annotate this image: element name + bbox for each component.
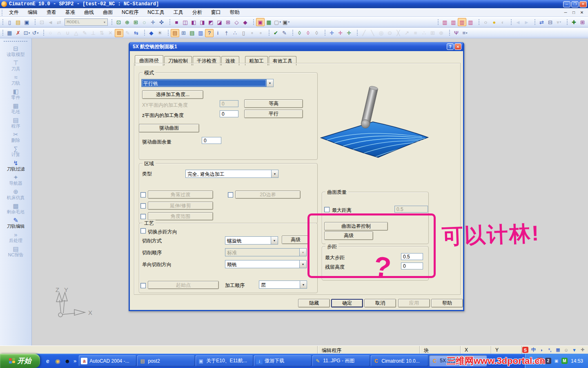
sidebar-item-toolpath-edit[interactable]: ✎刀轨编辑 bbox=[0, 217, 31, 229]
trim-icon[interactable]: ✕ bbox=[106, 29, 115, 37]
start-button[interactable]: 开始 bbox=[0, 354, 40, 368]
sketch-arc-icon[interactable]: ∩ bbox=[55, 29, 63, 37]
shaded-view-icon[interactable]: ■ bbox=[172, 18, 181, 26]
help-icon[interactable]: ? bbox=[205, 29, 214, 37]
chevron-down-icon[interactable] bbox=[271, 237, 278, 244]
menubar-grip[interactable] bbox=[1, 9, 3, 16]
menu-基准[interactable]: 基准 bbox=[61, 8, 80, 17]
boundary-2d-button[interactable]: 2D边界 bbox=[235, 191, 301, 199]
dialog-close-icon[interactable]: ✕ bbox=[454, 43, 461, 50]
snap-icon[interactable]: ⊞ bbox=[115, 29, 123, 37]
chevron-down-icon[interactable]: ▼ bbox=[102, 21, 107, 24]
max-distance-checkbox[interactable] bbox=[324, 207, 330, 212]
start-point-checkbox[interactable] bbox=[140, 283, 146, 288]
help-button[interactable]: 帮助 bbox=[431, 299, 463, 307]
drive-surface-button[interactable]: 驱动曲面 bbox=[139, 124, 199, 132]
task-autocad[interactable]: aAutoCAD 2004 -... bbox=[79, 355, 136, 366]
angle-range-button[interactable]: 角度范围 bbox=[148, 212, 213, 220]
fillet-icon[interactable]: ∪ bbox=[63, 29, 72, 37]
task-maxthon-download[interactable]: ↓傲游下载 bbox=[254, 355, 312, 366]
minimize-button[interactable]: ─ bbox=[563, 1, 570, 7]
layers-icon[interactable]: ≡ bbox=[461, 29, 469, 37]
measure-parallel-icon[interactable]: ≡ bbox=[411, 29, 420, 37]
cut-order-combo[interactable]: 标准 bbox=[225, 248, 307, 256]
zoom-window-icon[interactable]: ⊞ bbox=[131, 18, 140, 26]
list-icon[interactable]: ▤ bbox=[188, 29, 196, 37]
menu-曲面[interactable]: 曲面 bbox=[98, 8, 117, 17]
region-type-combo[interactable]: 完全, 避免边加工 bbox=[185, 170, 278, 178]
render-mode-icon[interactable]: ▣ bbox=[256, 18, 265, 26]
menu-分析[interactable]: 分析 bbox=[188, 8, 207, 17]
mini-merge-icon[interactable]: ▫ bbox=[256, 29, 265, 37]
sketch-circle-icon[interactable]: ○ bbox=[46, 29, 55, 37]
mdi-restore-icon[interactable]: □ bbox=[571, 10, 577, 15]
front-view-icon[interactable]: ◩ bbox=[207, 18, 215, 26]
zoom-icon[interactable]: ◌ bbox=[140, 18, 149, 26]
extend-trim-checkbox[interactable] bbox=[140, 203, 146, 209]
menu-窗口[interactable]: 窗口 bbox=[207, 8, 225, 17]
workplane-2-icon[interactable]: ▥ bbox=[449, 18, 458, 26]
workplane-4-icon[interactable]: ▥ bbox=[466, 18, 475, 26]
media-player-icon[interactable]: ◉ bbox=[53, 357, 62, 365]
ghost-mode-icon[interactable]: ▢ bbox=[273, 18, 282, 26]
add-datum-icon[interactable]: ✚ bbox=[570, 18, 578, 26]
task-about-e10-e11[interactable]: ▣关于E10、E11航... bbox=[196, 355, 253, 366]
apply-button[interactable]: 应用 bbox=[398, 299, 430, 307]
qq-icon[interactable]: ☻ bbox=[63, 357, 71, 365]
measure-arc-icon[interactable]: ⊙ bbox=[385, 29, 394, 37]
menu-NC程序[interactable]: NC程序 bbox=[117, 8, 143, 17]
boundary-2d-checkbox[interactable] bbox=[228, 192, 233, 197]
restore-button[interactable]: ❐ bbox=[571, 1, 579, 7]
light-on-icon[interactable]: ● bbox=[490, 18, 499, 26]
input-mode-icon[interactable]: 2 bbox=[545, 358, 551, 364]
drive-surface-offset-field[interactable]: 0 bbox=[202, 137, 221, 144]
sidebar-item-read-model[interactable]: ⊟读取模型 bbox=[0, 45, 31, 57]
quick-launch-overflow-icon[interactable]: » bbox=[74, 358, 76, 364]
sidebar-item-toolpath-filter[interactable]: ↯刀轨过滤 bbox=[0, 160, 31, 171]
menu-查看[interactable]: 查看 bbox=[42, 8, 61, 17]
new-file-icon[interactable]: ▯ bbox=[5, 18, 14, 26]
edit-pencil-icon[interactable]: ✎ bbox=[280, 29, 289, 37]
measure-options-icon[interactable]: ▾ bbox=[555, 18, 563, 26]
cut-advanced-button[interactable]: 高级 bbox=[282, 236, 310, 244]
menu-编辑[interactable]: 编辑 bbox=[23, 8, 42, 17]
tag-icon[interactable]: ◆ bbox=[147, 29, 156, 37]
sidebar-item-part[interactable]: ◧零件 bbox=[0, 88, 31, 100]
flip-icon[interactable]: ⇅ bbox=[98, 29, 106, 37]
ie-icon[interactable]: e bbox=[44, 357, 52, 365]
plane-dashed-icon[interactable]: ◊ bbox=[312, 29, 321, 37]
axis-psi-icon[interactable]: Ψ bbox=[452, 29, 461, 37]
sidebar-item-post-process[interactable]: »后处理 bbox=[0, 231, 31, 243]
reverse-direction-icon[interactable]: ⇆ bbox=[132, 29, 140, 37]
sidebar-item-toolpath[interactable]: ≈刀轨 bbox=[0, 74, 31, 85]
chevron-down-icon[interactable] bbox=[271, 170, 278, 177]
menu-文件[interactable]: 文件 bbox=[4, 8, 23, 17]
save-icon[interactable]: ▣ bbox=[22, 18, 31, 26]
user-icon[interactable]: ☺ bbox=[563, 347, 569, 353]
tools-wrench-icon[interactable]: ✚ bbox=[579, 347, 586, 353]
dialog-titlebar[interactable]: 5X 航空铣控制面板1 ? ✕ bbox=[130, 42, 463, 51]
green-m-icon[interactable]: M bbox=[561, 358, 568, 364]
soft-keyboard-icon[interactable]: ▦ bbox=[555, 347, 561, 353]
lang-zh-icon[interactable]: 中 bbox=[530, 347, 537, 353]
menu-NC工具[interactable]: NC工具 bbox=[143, 8, 169, 17]
measure-line-icon[interactable]: ╲ bbox=[368, 29, 377, 37]
spotlight-icon[interactable]: ◐ bbox=[499, 18, 507, 26]
view-back-icon[interactable]: ◄ bbox=[514, 18, 522, 26]
load-model-icon[interactable]: ⊡ bbox=[38, 18, 46, 26]
view-lock-icon[interactable]: ◆ bbox=[241, 18, 249, 26]
window-tray-icon[interactable]: ▣ bbox=[553, 358, 559, 364]
measure-direction-icon[interactable]: ↗ bbox=[403, 29, 411, 37]
report-table-icon[interactable]: ⊞ bbox=[179, 29, 188, 37]
measure-points-icon[interactable]: ∴ bbox=[420, 29, 428, 37]
ucs-pink-icon[interactable]: ✛ bbox=[336, 29, 345, 37]
pin-icon[interactable]: † bbox=[222, 29, 231, 37]
select-machining-angle-button[interactable]: 选择加工角度... bbox=[142, 90, 203, 99]
sidebar-item-navigator[interactable]: ✦导航器 bbox=[0, 174, 31, 186]
task-paint-11jpg[interactable]: ✎11..JPG - 画图 bbox=[312, 355, 370, 366]
free-select-icon[interactable]: ↺ bbox=[31, 29, 40, 37]
spray-icon[interactable]: ☀ bbox=[156, 29, 164, 37]
workplane-1-icon[interactable]: ▥ bbox=[441, 18, 449, 26]
dialog-help-icon[interactable]: ? bbox=[447, 43, 454, 50]
hidden-line-view-icon[interactable]: ◧ bbox=[189, 18, 198, 26]
